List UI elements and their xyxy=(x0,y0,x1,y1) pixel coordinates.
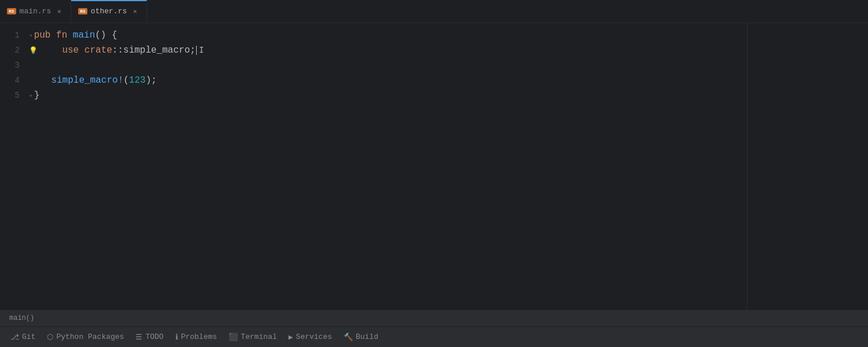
line-number-4: 4 xyxy=(0,73,29,88)
fold-icon-1[interactable]: ▾ xyxy=(29,32,33,39)
line-number-1: 1 xyxy=(0,28,29,43)
toolbar-item-services[interactable]: ▶ Services xyxy=(283,330,338,344)
editor-container: 1 ▾ pub fn main() { 2 💡 use crate::simpl… xyxy=(0,23,868,310)
tab-other-rs-close[interactable]: ✕ xyxy=(130,7,139,16)
tab-other-rs-label: other.rs xyxy=(91,7,127,16)
code-line-2: 2 💡 use crate::simple_macro; I xyxy=(0,43,747,58)
tab-bar: RS main.rs ✕ RS other.rs ✕ xyxy=(0,0,868,23)
tab-main-rs-close[interactable]: ✕ xyxy=(54,7,64,16)
toolbar-item-todo[interactable]: ☰ TODO xyxy=(130,330,169,344)
code-line-4: 4 simple_macro!(123); xyxy=(0,73,747,88)
services-icon: ▶ xyxy=(289,333,293,342)
code-area[interactable]: 1 ▾ pub fn main() { 2 💡 use crate::simpl… xyxy=(0,23,747,310)
fold-icon-5[interactable]: ▾ xyxy=(29,92,33,99)
toolbar-item-terminal[interactable]: ⬛ Terminal xyxy=(223,330,282,344)
bottom-toolbar: ⎇ Git ⬡ Python Packages ☰ TODO ℹ Problem… xyxy=(0,326,868,347)
toolbar-item-git[interactable]: ⎇ Git xyxy=(5,330,41,344)
tab-other-rs-icon: RS xyxy=(78,8,87,15)
toolbar-item-problems[interactable]: ℹ Problems xyxy=(170,330,223,344)
breadcrumb-text: main() xyxy=(9,314,34,322)
python-icon: ⬡ xyxy=(47,333,53,342)
scrollbar[interactable] xyxy=(748,23,752,310)
line-number-3: 3 xyxy=(0,58,29,73)
problems-icon: ℹ xyxy=(175,333,178,342)
text-cursor xyxy=(196,46,197,55)
toolbar-services-label: Services xyxy=(296,333,332,341)
toolbar-item-python-packages[interactable]: ⬡ Python Packages xyxy=(41,330,130,344)
breadcrumb-bar: main() xyxy=(0,310,868,326)
code-line-1: 1 ▾ pub fn main() { xyxy=(0,28,747,43)
toolbar-build-label: Build xyxy=(356,333,378,341)
toolbar-item-build[interactable]: 🔨 Build xyxy=(338,330,384,344)
code-line-3: 3 xyxy=(0,58,747,73)
toolbar-git-label: Git xyxy=(22,333,35,341)
git-icon: ⎇ xyxy=(10,333,19,342)
cursor-bar: I xyxy=(199,46,204,55)
tab-main-rs-label: main.rs xyxy=(20,7,52,16)
todo-icon: ☰ xyxy=(135,333,142,342)
toolbar-problems-label: Problems xyxy=(181,333,217,341)
terminal-icon: ⬛ xyxy=(229,333,238,342)
hint-icon-2[interactable]: 💡 xyxy=(29,46,38,55)
code-line-5: 5 ▾ } xyxy=(0,88,747,103)
toolbar-todo-label: TODO xyxy=(145,333,163,341)
toolbar-terminal-label: Terminal xyxy=(241,333,277,341)
editor-main: 1 ▾ pub fn main() { 2 💡 use crate::simpl… xyxy=(0,23,748,310)
tab-main-rs-icon: RS xyxy=(7,8,16,15)
build-icon: 🔨 xyxy=(344,333,353,342)
line-number-2: 2 xyxy=(0,43,29,58)
toolbar-python-label: Python Packages xyxy=(56,333,124,341)
tab-main-rs[interactable]: RS main.rs ✕ xyxy=(0,0,71,23)
right-panel xyxy=(752,23,868,310)
line-number-5: 5 xyxy=(0,88,29,103)
tab-other-rs[interactable]: RS other.rs ✕ xyxy=(71,0,147,23)
